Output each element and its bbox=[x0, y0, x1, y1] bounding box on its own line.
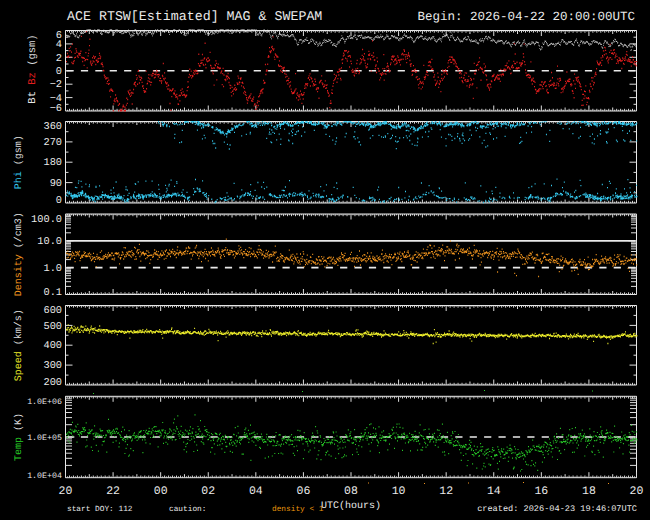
svg-text:90: 90 bbox=[50, 178, 62, 190]
svg-text:100.0: 100.0 bbox=[31, 214, 62, 226]
svg-text:12: 12 bbox=[439, 485, 453, 498]
svg-text:400: 400 bbox=[43, 340, 62, 352]
svg-text:16: 16 bbox=[534, 485, 548, 498]
svg-text:4: 4 bbox=[56, 39, 62, 51]
svg-text:created: 2026-04-23 19:46:07UT: created: 2026-04-23 19:46:07UTC bbox=[477, 504, 637, 514]
svg-text:18: 18 bbox=[582, 485, 596, 498]
svg-text:density < 1: density < 1 bbox=[272, 505, 324, 514]
svg-text:0: 0 bbox=[56, 195, 62, 207]
svg-text:1.0E+05: 1.0E+05 bbox=[27, 434, 62, 443]
svg-text:360: 360 bbox=[43, 121, 62, 133]
svg-text:0: 0 bbox=[56, 66, 62, 78]
svg-text:06: 06 bbox=[296, 485, 310, 498]
svg-text:500: 500 bbox=[43, 321, 62, 333]
svg-text:1.0: 1.0 bbox=[43, 263, 62, 275]
svg-text:caution:: caution: bbox=[169, 505, 206, 514]
svg-text:Begin: 2026-04-22 20:00:00UTC: Begin: 2026-04-22 20:00:00UTC bbox=[417, 10, 635, 24]
svg-text:Bt Bz (gsm): Bt Bz (gsm) bbox=[27, 34, 39, 103]
svg-text:14: 14 bbox=[487, 485, 501, 498]
svg-text:10: 10 bbox=[392, 485, 406, 498]
svg-text:Temp (K): Temp (K) bbox=[13, 413, 25, 461]
svg-text:20: 20 bbox=[59, 485, 73, 498]
svg-text:200: 200 bbox=[43, 377, 62, 389]
svg-text:00: 00 bbox=[154, 485, 168, 498]
svg-text:600: 600 bbox=[43, 305, 62, 317]
svg-text:Speed (km/s): Speed (km/s) bbox=[13, 309, 25, 381]
svg-text:04: 04 bbox=[249, 485, 263, 498]
svg-text:UTC(hours): UTC(hours) bbox=[321, 500, 381, 512]
svg-text:08: 08 bbox=[344, 485, 358, 498]
svg-text:start DOY: 112: start DOY: 112 bbox=[67, 505, 133, 514]
svg-text:−6: −6 bbox=[50, 103, 62, 115]
svg-text:−2: −2 bbox=[50, 79, 62, 91]
svg-text:270: 270 bbox=[43, 137, 62, 149]
svg-text:22: 22 bbox=[106, 485, 120, 498]
svg-text:300: 300 bbox=[43, 360, 62, 372]
svg-text:1.0E+06: 1.0E+06 bbox=[27, 398, 62, 407]
svg-text:ACE RTSW[Estimated] MAG & SWEP: ACE RTSW[Estimated] MAG & SWEPAM bbox=[67, 9, 322, 24]
svg-text:02: 02 bbox=[201, 485, 215, 498]
svg-text:20: 20 bbox=[630, 485, 644, 498]
svg-text:0.1: 0.1 bbox=[43, 287, 62, 299]
svg-text:2: 2 bbox=[56, 53, 62, 65]
svg-text:Phi (gsm): Phi (gsm) bbox=[13, 135, 25, 189]
svg-text:1.0E+04: 1.0E+04 bbox=[27, 472, 62, 481]
svg-text:Density (/cm3): Density (/cm3) bbox=[13, 212, 25, 296]
svg-text:180: 180 bbox=[43, 157, 62, 169]
svg-text:10.0: 10.0 bbox=[37, 236, 62, 248]
